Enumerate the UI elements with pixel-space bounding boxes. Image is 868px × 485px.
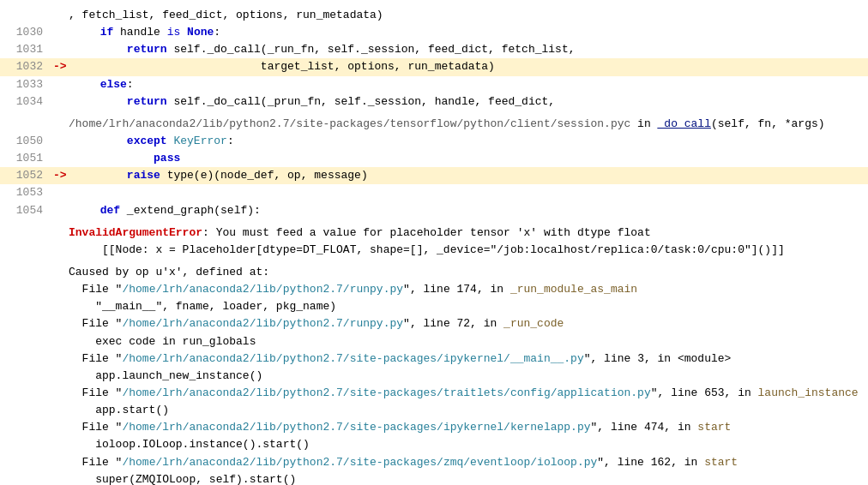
line-1051: 1051 pass xyxy=(0,150,868,167)
line-1050: 1050 except KeyError: xyxy=(0,133,868,150)
line-1030: 1030 if handle is None: xyxy=(0,24,868,41)
trace-line-5: File "/home/lrh/anaconda2/lib/python2.7/… xyxy=(0,419,868,436)
line-1054: 1054 def _extend_graph(self): xyxy=(0,202,868,219)
trace-line-3-body: app.launch_new_instance() xyxy=(0,368,868,385)
trace-line-6: File "/home/lrh/anaconda2/lib/python2.7/… xyxy=(0,454,868,471)
line-header: , fetch_list, feed_dict, options, run_me… xyxy=(0,7,868,24)
trace-line-2-body: exec code in run_globals xyxy=(0,333,868,350)
trace-line-1-body: "__main__", fname, loader, pkg_name) xyxy=(0,298,868,315)
line-1053: 1053 xyxy=(0,184,868,201)
trace-line-6-body: super(ZMQIOLoop, self).start() xyxy=(0,471,868,485)
trace-line-1: File "/home/lrh/anaconda2/lib/python2.7/… xyxy=(0,281,868,298)
path-line-session: /home/lrh/anaconda2/lib/python2.7/site-p… xyxy=(0,116,868,133)
trace-line-2: File "/home/lrh/anaconda2/lib/python2.7/… xyxy=(0,315,868,332)
line-1033: 1033 else: xyxy=(0,76,868,93)
error-line-2: [[Node: x = Placeholder[dtype=DT_FLOAT, … xyxy=(0,242,868,259)
trace-line-5-body: ioloop.IOLoop.instance().start() xyxy=(0,436,868,453)
caused-by-line: Caused by op u'x', defined at: xyxy=(0,264,868,281)
code-container: , fetch_list, feed_dict, options, run_me… xyxy=(0,0,868,485)
trace-line-3: File "/home/lrh/anaconda2/lib/python2.7/… xyxy=(0,350,868,368)
trace-line-4: File "/home/lrh/anaconda2/lib/python2.7/… xyxy=(0,385,868,402)
error-line-1: InvalidArgumentError: You must feed a va… xyxy=(0,225,868,242)
line-1031: 1031 return self._do_call(_run_fn, self.… xyxy=(0,41,868,58)
line-1034: 1034 return self._do_call(_prun_fn, self… xyxy=(0,93,868,111)
line-1052-current: 1052 -> raise type(e)(node_def, op, mess… xyxy=(0,167,868,184)
line-1032-current: 1032 -> target_list, options, run_metada… xyxy=(0,58,868,75)
trace-line-4-body: app.start() xyxy=(0,402,868,419)
